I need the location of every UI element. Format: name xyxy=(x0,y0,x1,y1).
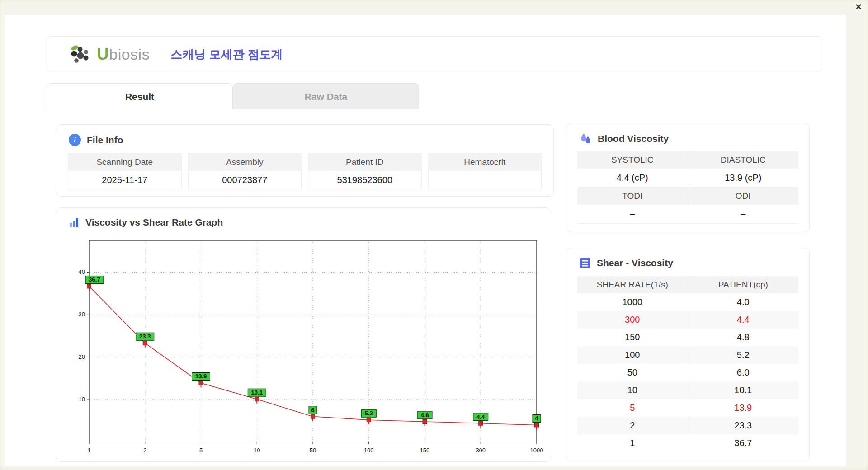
info-icon: i xyxy=(69,134,81,146)
viscosity-shear-chart: 1020304036.723.313.910.165.24.84.4412510… xyxy=(64,235,543,457)
systolic-label: SYSTOLIC xyxy=(577,151,688,169)
shear-table-body: 10004.03004.41504.81005.2506.01010.1513.… xyxy=(577,293,798,452)
shear-rate-value: 1 xyxy=(577,434,688,452)
table-icon xyxy=(579,257,591,269)
svg-text:5.2: 5.2 xyxy=(365,410,373,417)
grape-cluster-icon xyxy=(69,44,93,65)
diastolic-label: DIASTOLIC xyxy=(688,151,799,169)
svg-text:1: 1 xyxy=(87,447,90,454)
shear-viscosity-title: Shear - Viscosity xyxy=(597,258,673,268)
svg-text:20: 20 xyxy=(79,353,85,360)
shear-viscosity-title-row: Shear - Viscosity xyxy=(566,248,809,269)
blood-viscosity-card: Blood Viscosity SYSTOLIC DIASTOLIC 4.4 (… xyxy=(566,123,810,232)
blood-viscosity-title-row: Blood Viscosity xyxy=(566,123,809,145)
app-title: 스캐닝 모세관 점도계 xyxy=(170,47,283,62)
patient-viscosity-value: 13.9 xyxy=(688,399,799,417)
odi-value: – xyxy=(688,205,799,224)
shear-viscosity-table: SHEAR RATE(1/s) PATIENT(cp) 10004.03004.… xyxy=(577,276,798,452)
shear-rate-value: 1000 xyxy=(577,293,688,311)
shear-table-row: 223.3 xyxy=(577,417,798,434)
svg-text:4: 4 xyxy=(535,415,538,422)
bar-chart-icon xyxy=(69,217,80,228)
shear-rate-value: 50 xyxy=(577,364,688,381)
svg-text:300: 300 xyxy=(476,447,486,454)
field-label: Patient ID xyxy=(308,154,421,171)
shear-rate-value: 10 xyxy=(577,381,688,399)
patient-viscosity-value: 36.7 xyxy=(688,434,799,452)
shear-table-row: 1005.2 xyxy=(577,346,798,364)
field-scanning-date: Scanning Date 2025-11-17 xyxy=(68,153,182,189)
brand-rest: biosis xyxy=(109,46,150,63)
file-info-title-row: i File Info xyxy=(56,125,553,146)
ubiosis-logo: Ubiosis xyxy=(69,44,150,65)
svg-text:30: 30 xyxy=(79,311,85,318)
header-card: Ubiosis 스캐닝 모세관 점도계 xyxy=(47,36,822,72)
brand-letter-u: U xyxy=(97,45,109,63)
close-button[interactable]: × xyxy=(855,1,862,12)
svg-text:10.1: 10.1 xyxy=(251,389,263,396)
svg-text:2: 2 xyxy=(143,447,146,454)
shear-rate-column-header: SHEAR RATE(1/s) xyxy=(577,276,688,293)
svg-text:4.8: 4.8 xyxy=(420,412,429,418)
patient-viscosity-value: 4.8 xyxy=(688,329,799,346)
field-label: Assembly xyxy=(189,154,302,171)
shear-table-header: SHEAR RATE(1/s) PATIENT(cp) xyxy=(577,276,798,293)
patient-viscosity-value: 23.3 xyxy=(688,417,799,434)
shear-table-row: 136.7 xyxy=(577,434,798,452)
field-value: 000723877 xyxy=(189,171,302,189)
file-info-fields: Scanning Date 2025-11-17 Assembly 000723… xyxy=(56,146,553,189)
tab-raw-data[interactable]: Raw Data xyxy=(233,83,419,109)
field-value xyxy=(429,171,542,189)
systolic-value: 4.4 (cP) xyxy=(577,169,688,188)
shear-table-row: 506.0 xyxy=(577,364,798,381)
todi-value: – xyxy=(577,205,688,224)
svg-text:50: 50 xyxy=(310,447,316,454)
field-value: 2025-11-17 xyxy=(68,171,181,189)
svg-text:150: 150 xyxy=(420,447,430,454)
svg-text:4.4: 4.4 xyxy=(476,414,485,420)
svg-text:23.3: 23.3 xyxy=(139,333,151,340)
shear-table-row: 10004.0 xyxy=(577,293,798,311)
patient-viscosity-value: 4.0 xyxy=(688,293,799,311)
patient-viscosity-value: 4.4 xyxy=(688,311,799,329)
shear-rate-value: 150 xyxy=(577,329,688,346)
field-value: 53198523600 xyxy=(308,171,421,189)
patient-viscosity-value: 6.0 xyxy=(688,364,799,381)
field-label: Hematocrit xyxy=(429,154,542,171)
blood-viscosity-grid: SYSTOLIC DIASTOLIC 4.4 (cP) 13.9 (cP) TO… xyxy=(577,151,798,224)
todi-label: TODI xyxy=(577,188,688,205)
blood-viscosity-title: Blood Viscosity xyxy=(598,133,669,144)
svg-text:6: 6 xyxy=(311,407,314,414)
patient-viscosity-value: 5.2 xyxy=(688,346,799,364)
tab-result[interactable]: Result xyxy=(47,83,233,109)
graph-title-row: Viscosity vs Shear Rate Graph xyxy=(56,208,551,228)
brand-name: Ubiosis xyxy=(97,45,150,64)
field-patient-id: Patient ID 53198523600 xyxy=(308,153,422,189)
file-info-card: i File Info Scanning Date 2025-11-17 Ass… xyxy=(56,124,554,197)
svg-text:5: 5 xyxy=(199,447,203,454)
shear-rate-value: 100 xyxy=(577,346,688,364)
odi-label: ODI xyxy=(688,188,799,205)
svg-text:10: 10 xyxy=(254,447,260,454)
shear-rate-value: 300 xyxy=(577,311,688,329)
file-info-title: File Info xyxy=(87,135,123,146)
svg-text:36.7: 36.7 xyxy=(89,276,100,283)
svg-text:13.9: 13.9 xyxy=(195,373,207,380)
field-assembly: Assembly 000723877 xyxy=(188,153,302,189)
shear-rate-value: 2 xyxy=(577,417,688,434)
main-panel: Ubiosis 스캐닝 모세관 점도계 Result Raw Data i Fi… xyxy=(5,15,846,466)
diastolic-value: 13.9 (cP) xyxy=(688,169,799,188)
svg-text:100: 100 xyxy=(364,447,374,454)
patient-column-header: PATIENT(cp) xyxy=(688,276,799,293)
shear-rate-value: 5 xyxy=(577,399,688,417)
shear-table-row: 3004.4 xyxy=(577,311,798,329)
field-label: Scanning Date xyxy=(68,154,181,171)
graph-card: Viscosity vs Shear Rate Graph 1020304036… xyxy=(56,207,551,462)
graph-title: Viscosity vs Shear Rate Graph xyxy=(85,217,223,228)
svg-text:40: 40 xyxy=(79,268,85,275)
shear-viscosity-card: Shear - Viscosity SHEAR RATE(1/s) PATIEN… xyxy=(566,248,810,461)
svg-text:10: 10 xyxy=(79,396,85,403)
patient-viscosity-value: 10.1 xyxy=(688,381,799,399)
svg-text:1000: 1000 xyxy=(530,447,543,454)
field-hematocrit: Hematocrit xyxy=(428,153,542,189)
